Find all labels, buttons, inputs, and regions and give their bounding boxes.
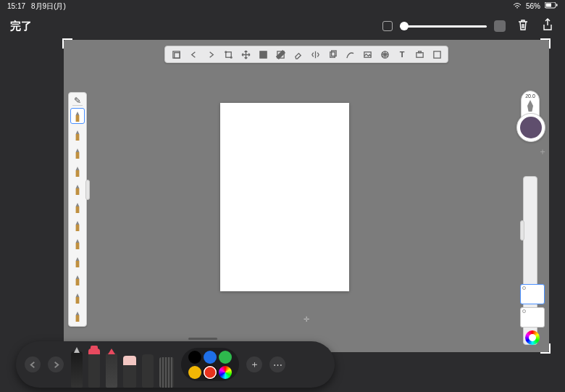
layers-button[interactable] — [168, 47, 184, 62]
color-swatches — [181, 348, 239, 381]
lasso-tool[interactable] — [142, 354, 154, 388]
brush-preset-11[interactable] — [70, 307, 85, 323]
add-tool-button[interactable]: ＋ — [246, 356, 262, 372]
layers-panel — [520, 284, 545, 345]
brush-preset-9[interactable] — [70, 271, 85, 287]
app-toolbar: T — [164, 46, 448, 63]
eraser-button[interactable] — [290, 47, 306, 62]
markup-dock: ＋ ⋯ — [16, 341, 335, 388]
brush-strip-handle[interactable] — [85, 180, 90, 200]
ruler-tool[interactable] — [159, 357, 174, 388]
svg-rect-4 — [174, 52, 179, 57]
battery-pct: 56% — [526, 2, 540, 10]
curve-button[interactable] — [342, 47, 358, 62]
markup-redo-button[interactable] — [48, 356, 64, 372]
trash-button[interactable] — [516, 17, 530, 35]
copy-button[interactable] — [325, 47, 340, 62]
battery-icon — [545, 2, 558, 10]
status-date: 8月9日(月) — [31, 1, 66, 12]
brush-preset-1[interactable] — [70, 126, 85, 142]
share-button[interactable] — [540, 17, 555, 35]
pen-tool[interactable] — [71, 351, 83, 388]
move-button[interactable] — [238, 47, 254, 62]
svg-rect-2 — [556, 4, 558, 7]
markup-tools — [71, 341, 174, 388]
brush-size-control[interactable]: 20.0 — [521, 91, 540, 133]
swatch-red[interactable] — [204, 366, 217, 379]
symmetry-button[interactable] — [307, 47, 323, 62]
marker-tool[interactable] — [88, 349, 100, 388]
visibility-icon[interactable] — [522, 286, 526, 290]
crop-corner-tr[interactable] — [540, 38, 551, 49]
layer-bg[interactable] — [520, 307, 545, 328]
undo-button[interactable] — [185, 47, 201, 62]
more-button[interactable]: ⋯ — [269, 356, 285, 372]
fill-button[interactable] — [255, 47, 271, 62]
brush-size-value: 20.0 — [525, 93, 535, 99]
crop-corner-tl[interactable] — [62, 38, 72, 49]
nav-bar: 完了 — [0, 12, 565, 41]
brush-preset-2[interactable] — [70, 144, 85, 160]
brush-preset-5[interactable] — [70, 199, 85, 214]
image-button[interactable] — [359, 47, 375, 62]
swatch-green[interactable] — [219, 351, 232, 364]
svg-rect-8 — [259, 51, 266, 57]
editor-surface[interactable]: T ✎ 20.0 ＋ — [64, 40, 549, 352]
fullscreen-button[interactable] — [429, 47, 445, 62]
right-tray-handle[interactable] — [520, 220, 524, 241]
svg-rect-15 — [418, 51, 421, 52]
transform-button[interactable] — [220, 47, 236, 62]
brush-preset-0[interactable] — [70, 108, 85, 124]
text-button[interactable]: T — [394, 47, 410, 62]
pencil-tool[interactable] — [106, 353, 117, 388]
drawing-canvas[interactable] — [220, 103, 349, 291]
crop-corner-br[interactable] — [540, 343, 551, 354]
redo-button[interactable] — [203, 47, 219, 62]
svg-rect-16 — [433, 51, 440, 57]
eraser-tool[interactable] — [123, 356, 136, 388]
opacity-thumb[interactable] — [400, 22, 409, 30]
brush-preset-strip: ✎ — [68, 92, 87, 327]
swatch-black[interactable] — [188, 351, 201, 364]
home-indicator[interactable] — [188, 338, 217, 340]
opacity-min-icon — [382, 21, 393, 31]
wifi-icon — [513, 2, 522, 11]
layer-1[interactable] — [520, 284, 545, 304]
status-time: 15:17 — [7, 2, 25, 10]
done-button[interactable]: 完了 — [10, 20, 32, 33]
svg-rect-10 — [330, 51, 335, 57]
gradient-button[interactable] — [272, 47, 288, 62]
swatch-blue[interactable] — [204, 351, 217, 364]
opacity-slider[interactable] — [382, 20, 506, 32]
visibility-icon[interactable] — [522, 309, 526, 313]
brush-preset-6[interactable] — [70, 217, 85, 233]
grid-button[interactable] — [377, 47, 393, 62]
brush-category-icon[interactable]: ✎ — [72, 96, 83, 106]
opacity-track[interactable] — [400, 25, 487, 28]
text-tool-label: T — [400, 50, 405, 59]
add-color-button[interactable]: ＋ — [538, 146, 547, 158]
opacity-max-icon — [494, 20, 506, 32]
svg-rect-11 — [331, 50, 336, 55]
current-color-swatch[interactable] — [516, 113, 545, 142]
pen-nib-icon — [527, 100, 533, 112]
svg-rect-14 — [416, 52, 422, 57]
swatch-yellow[interactable] — [188, 366, 201, 379]
swatch-color-picker[interactable] — [219, 366, 232, 379]
reference-button[interactable] — [411, 47, 427, 62]
markup-undo-button[interactable] — [25, 356, 41, 372]
color-wheel-button[interactable] — [525, 330, 540, 345]
brush-preset-3[interactable] — [70, 162, 85, 178]
canvas-center-icon: ✛ — [304, 315, 309, 323]
current-color-dot — [520, 117, 542, 138]
brush-preset-8[interactable] — [70, 253, 85, 269]
brush-preset-10[interactable] — [70, 289, 85, 305]
svg-rect-1 — [546, 4, 552, 7]
brush-preset-7[interactable] — [70, 235, 85, 251]
brush-preset-4[interactable] — [70, 180, 85, 196]
status-bar: 15:17 8月9日(月) 56% — [0, 0, 565, 12]
